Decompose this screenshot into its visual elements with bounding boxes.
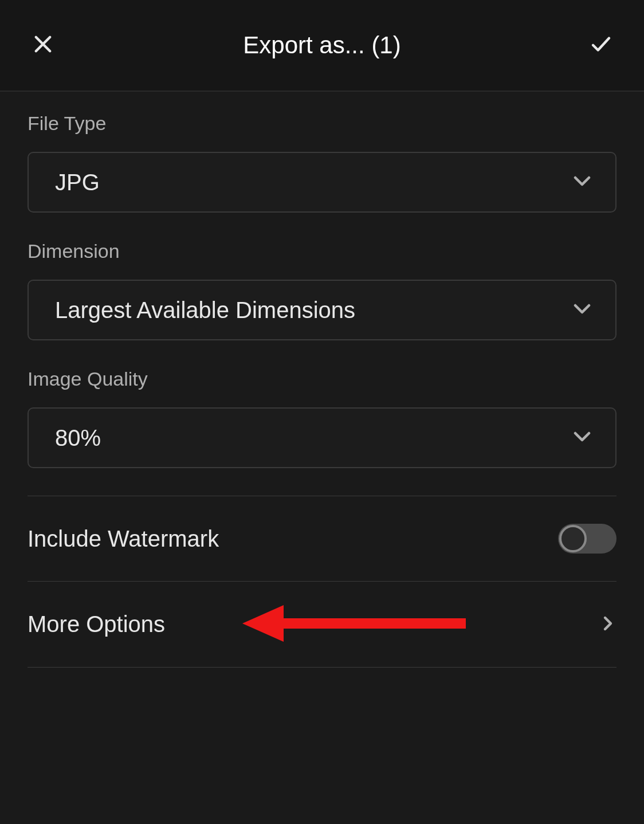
more-options-row[interactable]: More Options: [28, 582, 616, 668]
export-form: File Type JPG Dimension Largest Availabl…: [0, 92, 644, 668]
svg-marker-3: [242, 605, 284, 642]
dimension-group: Dimension Largest Available Dimensions: [28, 240, 616, 340]
image-quality-select[interactable]: 80%: [28, 407, 616, 468]
chevron-down-icon: [572, 171, 592, 194]
close-button[interactable]: [29, 31, 57, 60]
file-type-value: JPG: [55, 170, 100, 195]
watermark-toggle[interactable]: [558, 524, 616, 554]
image-quality-label: Image Quality: [28, 368, 616, 390]
watermark-label: Include Watermark: [28, 526, 219, 552]
file-type-label: File Type: [28, 112, 616, 135]
watermark-row: Include Watermark: [28, 496, 616, 582]
dimension-label: Dimension: [28, 240, 616, 262]
confirm-button[interactable]: [587, 31, 615, 60]
toggle-knob: [559, 525, 587, 552]
dimension-value: Largest Available Dimensions: [55, 297, 355, 323]
chevron-down-icon: [572, 299, 592, 321]
chevron-down-icon: [572, 426, 592, 449]
file-type-select[interactable]: JPG: [28, 152, 616, 213]
page-title: Export as... (1): [243, 32, 400, 59]
file-type-group: File Type JPG: [28, 112, 616, 213]
image-quality-group: Image Quality 80%: [28, 368, 616, 468]
check-icon: [589, 32, 613, 58]
close-icon: [31, 32, 55, 58]
image-quality-value: 80%: [55, 425, 101, 451]
chevron-right-icon: [599, 615, 616, 634]
arrow-annotation: [242, 601, 472, 649]
export-header: Export as... (1): [0, 0, 644, 92]
dimension-select[interactable]: Largest Available Dimensions: [28, 280, 616, 340]
more-options-label: More Options: [28, 611, 165, 637]
